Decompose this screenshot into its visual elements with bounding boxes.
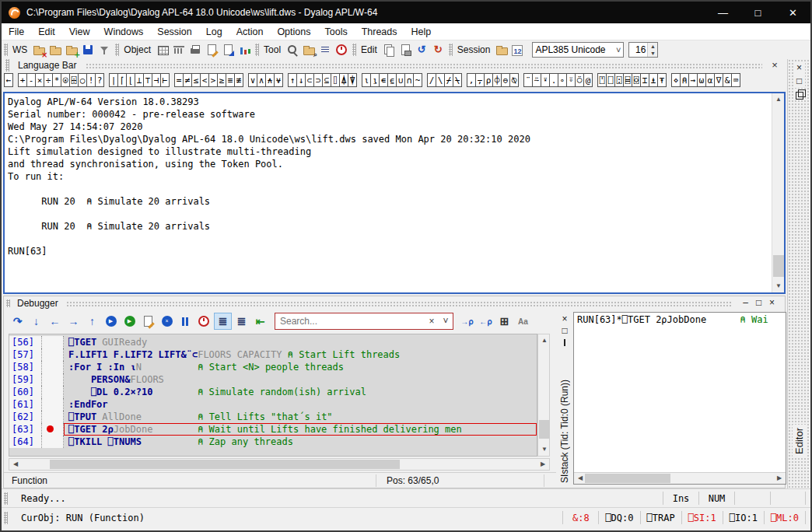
scroll-down-icon[interactable] xyxy=(772,280,785,292)
ws-open-icon[interactable] xyxy=(49,44,62,57)
object-grid-icon[interactable] xyxy=(156,44,170,57)
menu-help[interactable]: Help xyxy=(404,26,439,37)
forward-icon[interactable]: → xyxy=(65,313,82,330)
breakpoint-column[interactable] xyxy=(42,361,64,373)
search-input[interactable] xyxy=(275,316,425,327)
debugger-maximize-icon[interactable] xyxy=(752,298,765,309)
menu-threads[interactable]: Threads xyxy=(355,26,404,37)
sistack-entry[interactable]: RUN[63]*⎕TGET 2⍴JobDone ⍝ Wai xyxy=(574,313,786,326)
code-line[interactable]: [62]⎕TPUT AllDone ⍝ Tell Lifts "that´s i… xyxy=(9,411,537,423)
debugger-vscrollbar[interactable] xyxy=(537,334,550,457)
continue-trace-icon[interactable]: ▶ xyxy=(102,313,120,330)
object-copy-icon[interactable] xyxy=(222,44,235,57)
langbar-key-⍱[interactable]: ⍱ xyxy=(274,73,283,87)
step-out-icon[interactable]: ↑ xyxy=(83,313,101,330)
menu-session[interactable]: Session xyxy=(150,26,198,37)
edit-paste-icon[interactable] xyxy=(399,44,412,57)
menu-windows[interactable]: Windows xyxy=(97,26,151,37)
langbar-key-⍕[interactable]: ⍕ xyxy=(657,73,667,87)
close-button[interactable]: ✕ xyxy=(775,2,810,23)
ws-clear-icon[interactable]: × xyxy=(33,44,46,57)
code-line[interactable]: [64]⎕TKILL ⎕TNUMS ⍝ Zap any threads xyxy=(9,436,537,448)
langbar-key-⊢[interactable]: ⊢ xyxy=(160,73,170,87)
langbar-key-@[interactable]: @ xyxy=(583,73,593,87)
edit-copy-icon[interactable] xyxy=(383,44,396,57)
sistack-close-icon[interactable] xyxy=(559,313,570,325)
font-select[interactable]: APL385 Unicode xyxy=(532,42,624,58)
session-line[interactable]: RUN 20 ⍝ Simulate 20 arrivals xyxy=(8,220,772,233)
code-line[interactable]: [60] ⎕DL 0.2×?10 ⍝ Simulate random(ish) … xyxy=(9,386,537,398)
trace-resume-icon[interactable]: ↷ xyxy=(9,313,26,330)
drag-handle[interactable] xyxy=(6,299,10,307)
editor-tab[interactable]: Editor xyxy=(793,425,806,457)
minimize-button[interactable]: — xyxy=(705,2,740,23)
debugger-minimize-icon[interactable] xyxy=(739,298,752,309)
redo-icon[interactable]: ↻ xyxy=(432,44,445,57)
scroll-right-icon[interactable] xyxy=(537,459,549,470)
object-properties-icon[interactable] xyxy=(173,44,186,57)
scroll-thumb[interactable] xyxy=(50,460,400,469)
tool-search-icon[interactable] xyxy=(286,44,299,57)
scroll-left-icon[interactable] xyxy=(9,459,22,470)
breakpoint-column[interactable] xyxy=(42,436,64,448)
langbar-key-≢[interactable]: ≢ xyxy=(234,73,243,87)
editor-close-icon[interactable] xyxy=(794,62,805,74)
search-next-icon[interactable]: →⍴ xyxy=(458,313,476,330)
langbar-key-⍒[interactable]: ⍒ xyxy=(348,73,357,87)
debugger-code-area[interactable]: [56]⎕TGET GUIReady[57]F.LIFT1 F.LIFT2 LI… xyxy=(9,334,537,457)
breakpoint-column[interactable] xyxy=(42,423,64,436)
maximize-button[interactable]: □ xyxy=(740,2,775,23)
scroll-up-icon[interactable] xyxy=(538,334,551,347)
breakpoint-column[interactable] xyxy=(42,336,64,348)
langbar-key-~[interactable]: ~ xyxy=(413,73,422,87)
session-line[interactable]: Lift simulation designed to illustrate m… xyxy=(8,145,772,158)
sistack-minimize-icon[interactable] xyxy=(559,337,570,348)
code-line[interactable]: [63]⎕TGET 2⍴JobDone ⍝ Wait until Lifts h… xyxy=(9,423,537,436)
undo-icon[interactable]: ↺ xyxy=(415,44,429,57)
sistack-maximize-icon[interactable] xyxy=(559,325,570,337)
search-dropdown-icon[interactable] xyxy=(439,316,453,327)
expand-box-icon[interactable]: ⊞ xyxy=(495,313,513,330)
edit-page-icon[interactable] xyxy=(139,313,157,330)
search-clear-icon[interactable] xyxy=(425,316,439,327)
session-line[interactable]: RUN[63] xyxy=(8,245,772,257)
session-line[interactable] xyxy=(8,208,772,220)
session-line[interactable] xyxy=(8,233,772,245)
langbar-keyboard-icon[interactable]: ⌨ xyxy=(731,73,740,87)
drag-handle[interactable] xyxy=(5,59,9,72)
langbar-key-←[interactable]: ← xyxy=(4,73,13,87)
match-case-icon[interactable]: Aa xyxy=(514,313,532,330)
menu-file[interactable]: File xyxy=(2,26,31,37)
breakpoint-column[interactable] xyxy=(42,398,64,411)
editor-maximize-icon[interactable] xyxy=(794,75,805,87)
session-window[interactable]: Dyalog APL/W-64 Version 18.0.38293Serial… xyxy=(3,92,786,294)
menu-edit[interactable]: Edit xyxy=(31,26,62,37)
debugger-close-icon[interactable] xyxy=(765,298,779,309)
scroll-thumb[interactable] xyxy=(585,474,670,483)
code-line[interactable]: [58]:For I :In ⍳N ⍝ Start <N> people thr… xyxy=(9,361,537,373)
session-line[interactable]: Wed May 27 14:54:07 2020 xyxy=(8,121,772,133)
menu-view[interactable]: View xyxy=(62,26,97,37)
session-line[interactable]: Dyalog APL/W-64 Version 18.0.38293 xyxy=(8,96,772,108)
scroll-thumb[interactable] xyxy=(773,255,784,277)
editor-restore-icon[interactable] xyxy=(794,89,805,100)
scroll-up-icon[interactable] xyxy=(772,93,785,106)
breakpoint-column[interactable] xyxy=(42,386,64,398)
langbar-key-⍀[interactable]: ⍀ xyxy=(453,73,462,87)
ws-export-icon[interactable] xyxy=(98,44,111,57)
session-folder-icon[interactable] xyxy=(495,44,509,57)
code-line[interactable]: [59] PERSON&FLOORS xyxy=(9,373,537,386)
line-numbers-toggle-icon[interactable]: ≣ xyxy=(214,313,232,330)
session-line[interactable] xyxy=(8,183,772,195)
session-line[interactable]: Serial number: 000042 - pre-release soft… xyxy=(8,108,772,121)
pause-icon[interactable] xyxy=(177,313,194,330)
menu-action[interactable]: Action xyxy=(229,26,271,37)
unwind-stack-icon[interactable]: ⇤ xyxy=(251,313,269,330)
tool-list-icon[interactable] xyxy=(319,44,332,57)
menu-tools[interactable]: Tools xyxy=(317,26,354,37)
spinner-arrows-icon[interactable] xyxy=(647,43,657,57)
session-line[interactable]: and thread synchronisation, using the To… xyxy=(8,158,772,170)
code-line[interactable]: [57]F.LIFT1 F.LIFT2 LIFT&¨⊂FLOORS CAPACI… xyxy=(9,348,537,361)
session-line[interactable]: To run it: xyxy=(8,170,772,183)
tool-clock-icon[interactable] xyxy=(335,44,348,57)
